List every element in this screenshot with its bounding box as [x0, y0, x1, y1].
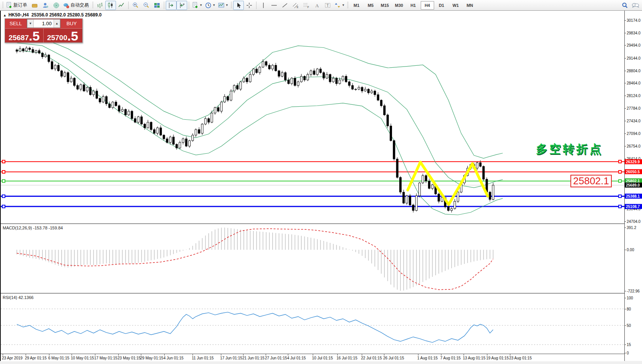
- sell-price[interactable]: 25687.5: [5, 29, 43, 42]
- line-handle[interactable]: [2, 180, 5, 182]
- timeframe-button-m15[interactable]: M15: [378, 1, 392, 10]
- zoom-out-button[interactable]: [141, 1, 152, 10]
- text-button[interactable]: A: [312, 1, 322, 10]
- time-tick: [3, 354, 3, 356]
- search-button[interactable]: [619, 1, 630, 10]
- volume-increase-button[interactable]: ▲: [54, 20, 60, 28]
- arrows-icon: [334, 2, 341, 9]
- line-handle[interactable]: [619, 171, 621, 173]
- candle-body: [425, 176, 427, 181]
- templates-icon: [218, 2, 225, 9]
- rsi-pane[interactable]: RSI(14) 42.1366: [1, 293, 624, 354]
- bar-chart-button[interactable]: [95, 1, 105, 10]
- time-tick: [49, 354, 49, 356]
- candle-body: [195, 130, 197, 135]
- buy-button[interactable]: BUY: [61, 19, 82, 28]
- candle-body: [163, 135, 165, 139]
- line-handle[interactable]: [619, 195, 621, 198]
- timeframe-button-m5[interactable]: M5: [364, 1, 377, 10]
- price-callout[interactable]: 25802.1: [570, 175, 612, 187]
- text-label-icon: T: [324, 2, 331, 9]
- candlestick-chart-button[interactable]: [105, 1, 116, 10]
- line-handle[interactable]: [2, 160, 5, 163]
- candle-body: [64, 73, 66, 76]
- timeframe-button-h4[interactable]: H4: [421, 1, 434, 10]
- trendline-button[interactable]: [279, 1, 290, 10]
- candle-body: [214, 107, 216, 113]
- toolbar-grip: [92, 2, 93, 9]
- line-handle[interactable]: [619, 205, 621, 208]
- timeframe-button-h1[interactable]: H1: [407, 1, 420, 10]
- price-chart-canvas[interactable]: [1, 11, 624, 223]
- line-handle[interactable]: [619, 180, 621, 182]
- templates-button[interactable]: ▼: [217, 1, 230, 10]
- vertical-line-button[interactable]: [258, 1, 269, 10]
- indicators-button[interactable]: ▼: [191, 1, 204, 10]
- candle-body: [115, 102, 117, 106]
- sell-button[interactable]: SELL: [5, 19, 26, 28]
- signal-icon: [53, 2, 60, 9]
- timeframe-button-m1[interactable]: M1: [350, 1, 363, 10]
- candle-body: [492, 185, 494, 199]
- price-axis[interactable]: 30174.029834.029494.029144.028804.028464…: [624, 11, 642, 361]
- candlestick-chart-icon: [107, 2, 114, 9]
- volume-decrease-button[interactable]: ▼: [27, 20, 34, 28]
- equidistant-channel-button[interactable]: E: [290, 1, 301, 10]
- macd-pane[interactable]: MACD(12,26,9) -153.78 -159.84: [1, 223, 624, 292]
- candle-body: [489, 192, 491, 199]
- arrows-button[interactable]: ▼: [333, 1, 346, 10]
- pivot-annotation[interactable]: 多空转折点: [536, 141, 603, 157]
- timeframe-button-d1[interactable]: D1: [435, 1, 448, 10]
- candle-body: [329, 75, 331, 82]
- timeframe-button-m30[interactable]: M30: [392, 1, 406, 10]
- auto-scroll-button[interactable]: [166, 1, 176, 10]
- periods-button[interactable]: ▼: [204, 1, 217, 10]
- toolbar-grip: [231, 2, 232, 9]
- cursor-button[interactable]: [233, 1, 244, 10]
- chart-shift-button[interactable]: [176, 1, 187, 10]
- candle-body: [438, 194, 440, 201]
- price-axis-label: 27094.0: [627, 132, 640, 136]
- candle-body: [147, 122, 149, 128]
- text-label-button[interactable]: T: [322, 1, 333, 10]
- time-axis[interactable]: 23 Apr 201929 Apr 01:156 May 01:1510 May…: [1, 354, 624, 361]
- candle-body: [275, 65, 277, 71]
- chart-symbol-header: ▲HK50-,H4 25356.0 25692.0 25280.5 25689.…: [3, 12, 101, 18]
- price-axis-label: 27784.0: [627, 106, 640, 110]
- main-price-pane[interactable]: ▲HK50-,H4 25356.0 25692.0 25280.5 25689.…: [1, 11, 624, 223]
- new-order-button[interactable]: 新订单: [5, 1, 29, 10]
- auto-trading-button[interactable]: 自动交易: [62, 1, 91, 10]
- candle-body: [387, 115, 389, 126]
- profile-button[interactable]: [40, 1, 51, 10]
- timeframe-button-w1[interactable]: W1: [449, 1, 462, 10]
- line-handle[interactable]: [2, 171, 5, 173]
- time-axis-label: 19 Aug 01:15: [486, 356, 509, 360]
- candle-body: [227, 96, 229, 100]
- horizontal-line-button[interactable]: [269, 1, 279, 10]
- price-axis-label: 29144.0: [627, 56, 640, 60]
- macd-canvas[interactable]: [1, 224, 624, 292]
- rsi-canvas[interactable]: [1, 294, 624, 354]
- line-handle[interactable]: [619, 160, 621, 163]
- crosshair-button[interactable]: [244, 1, 255, 10]
- axis-tick: [625, 250, 626, 250]
- price-tag: 25108.7: [625, 204, 642, 209]
- collapse-marker-icon[interactable]: ▲: [3, 13, 7, 17]
- timeframe-button-mn[interactable]: MN: [463, 1, 477, 10]
- chat-button[interactable]: [630, 1, 641, 10]
- signal-button[interactable]: [51, 1, 62, 10]
- toolbox-button[interactable]: [29, 1, 40, 10]
- volume-input[interactable]: 1.00: [34, 20, 54, 28]
- fibonacci-button[interactable]: F: [301, 1, 312, 10]
- candle-body: [131, 111, 133, 119]
- tile-windows-button[interactable]: [152, 1, 162, 10]
- line-handle[interactable]: [2, 195, 5, 198]
- line-chart-button[interactable]: [116, 1, 127, 10]
- buy-price[interactable]: 25700.5: [43, 29, 82, 42]
- line-handle[interactable]: [2, 205, 5, 208]
- time-tick: [464, 354, 464, 356]
- zoom-in-button[interactable]: [130, 1, 141, 10]
- price-axis-label: 28804.0: [627, 68, 640, 73]
- candle-body: [166, 139, 168, 143]
- chevron-down-icon: ▼: [225, 3, 229, 7]
